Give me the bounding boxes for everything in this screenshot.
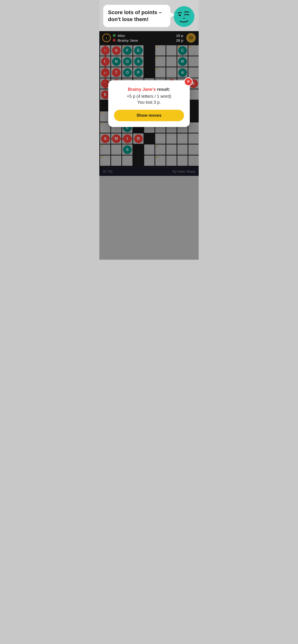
screen: Score lots of points – don't lose them! … [99,0,199,260]
modal-title: Brainy Jane's result: [114,87,184,92]
svg-point-2 [183,18,185,19]
modal-title-suffix: result: [156,87,170,92]
modal-result-line: +5 p (4 letters / 1 word) [114,94,184,99]
result-modal: ✕ Brainy Jane's result: +5 p (4 letters … [108,80,190,127]
modal-close-button[interactable]: ✕ [184,78,193,86]
svg-point-1 [179,14,181,16]
gray-area [99,176,199,260]
mascot [173,6,195,27]
modal-overlay: ✕ Brainy Jane's result: +5 p (4 letters … [99,31,199,176]
svg-point-0 [174,6,194,27]
game-container: ‹ Alec Brainy Jane 15 p 28 p [99,31,199,176]
header-area: Score lots of points – don't lose them! [99,0,199,31]
modal-loss-line: You lost 3 p. [114,100,184,105]
show-moves-button[interactable]: Show moves [114,110,184,121]
modal-player-name: Brainy Jane's [128,87,156,92]
speech-text: Score lots of points – don't lose them! [108,9,166,23]
speech-bubble: Score lots of points – don't lose them! [103,5,170,27]
